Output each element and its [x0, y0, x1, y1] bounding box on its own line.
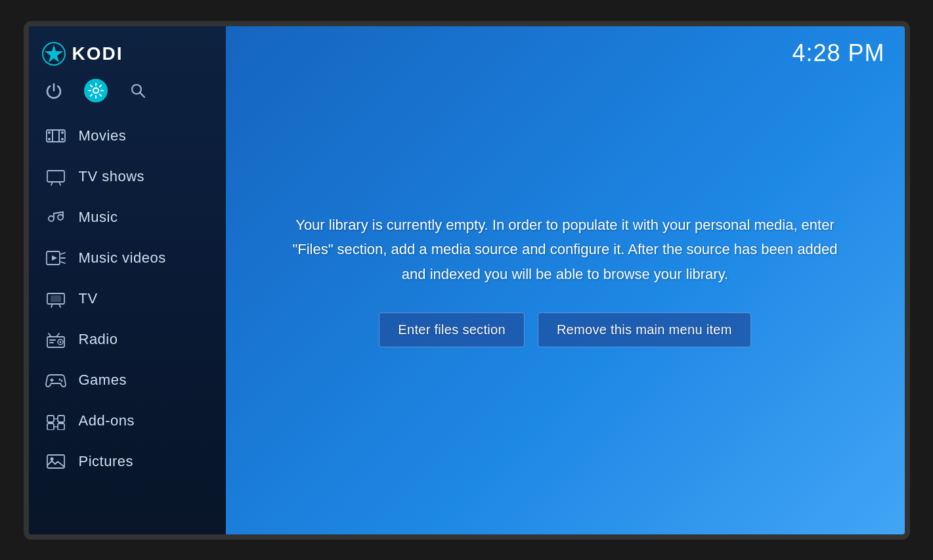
- sidebar-item-radio[interactable]: Radio: [29, 319, 226, 360]
- sidebar-item-games[interactable]: Games: [29, 360, 226, 400]
- svg-point-42: [50, 457, 53, 460]
- nav-menu: Movies TV shows: [29, 116, 226, 534]
- library-empty-text: Your library is currently empty. In orde…: [286, 213, 844, 286]
- radio-label: Radio: [79, 331, 118, 348]
- kodi-logo-icon: [42, 42, 66, 66]
- svg-rect-24: [47, 337, 64, 347]
- svg-line-4: [140, 93, 144, 97]
- svg-point-8: [61, 131, 64, 134]
- main-content: 4:28 PM Your library is currently empty.…: [226, 26, 905, 534]
- svg-marker-16: [52, 255, 57, 261]
- svg-line-19: [61, 262, 65, 263]
- games-label: Games: [79, 372, 127, 389]
- sidebar-item-movies[interactable]: Movies: [29, 116, 226, 156]
- svg-rect-12: [47, 171, 64, 182]
- sidebar-item-add-ons[interactable]: Add-ons: [29, 400, 226, 441]
- tv-shows-label: TV shows: [79, 168, 145, 185]
- sidebar-item-music[interactable]: Music: [29, 197, 226, 238]
- svg-rect-11: [58, 130, 60, 142]
- time-display: 4:28 PM: [792, 39, 884, 67]
- music-icon: [45, 206, 67, 228]
- svg-rect-34: [58, 416, 64, 422]
- svg-rect-27: [49, 339, 56, 341]
- music-videos-label: Music videos: [79, 249, 166, 267]
- action-buttons: Enter files section Remove this main men…: [379, 312, 750, 347]
- sidebar-item-tv[interactable]: TV: [29, 278, 226, 319]
- kodi-logo: KODI: [42, 42, 123, 66]
- sidebar-item-pictures[interactable]: Pictures: [29, 441, 226, 482]
- svg-rect-36: [58, 423, 64, 430]
- sidebar-item-music-videos[interactable]: Music videos: [29, 238, 226, 278]
- power-button[interactable]: [42, 79, 66, 102]
- sidebar-header: KODI: [29, 26, 226, 76]
- svg-rect-10: [52, 130, 53, 142]
- add-ons-icon: [45, 410, 67, 432]
- svg-point-6: [48, 131, 51, 134]
- tv-screen: KODI: [29, 26, 905, 534]
- pictures-label: Pictures: [79, 453, 133, 470]
- sidebar-controls: [29, 79, 226, 116]
- movies-label: Movies: [79, 127, 127, 144]
- add-ons-label: Add-ons: [79, 412, 135, 429]
- sidebar: KODI: [29, 26, 226, 534]
- search-button[interactable]: [126, 79, 150, 102]
- enter-files-section-button[interactable]: Enter files section: [379, 312, 525, 347]
- svg-point-2: [93, 88, 98, 93]
- svg-rect-35: [47, 423, 54, 430]
- music-videos-icon: [45, 247, 67, 269]
- svg-point-32: [60, 379, 62, 381]
- radio-icon: [45, 328, 67, 351]
- svg-rect-23: [51, 295, 61, 302]
- svg-point-26: [59, 341, 61, 343]
- svg-rect-33: [47, 416, 54, 422]
- tv-shows-icon: [45, 165, 67, 188]
- app-title: KODI: [72, 43, 123, 64]
- music-label: Music: [79, 209, 118, 226]
- svg-line-17: [61, 253, 65, 254]
- svg-rect-28: [49, 342, 54, 343]
- svg-point-7: [48, 138, 51, 140]
- tv-frame: KODI: [24, 21, 910, 540]
- svg-point-31: [58, 378, 60, 380]
- tv-icon: [45, 288, 67, 310]
- settings-button[interactable]: [84, 79, 108, 102]
- svg-rect-41: [47, 455, 64, 468]
- movies-icon: [45, 125, 67, 147]
- remove-menu-item-button[interactable]: Remove this main menu item: [538, 312, 751, 347]
- svg-point-9: [61, 138, 64, 140]
- games-icon: [45, 369, 67, 391]
- tv-label: TV: [79, 290, 98, 307]
- pictures-icon: [45, 450, 67, 473]
- svg-marker-1: [45, 45, 63, 62]
- sidebar-item-tv-shows[interactable]: TV shows: [29, 156, 226, 197]
- library-message-area: Your library is currently empty. In orde…: [226, 26, 905, 534]
